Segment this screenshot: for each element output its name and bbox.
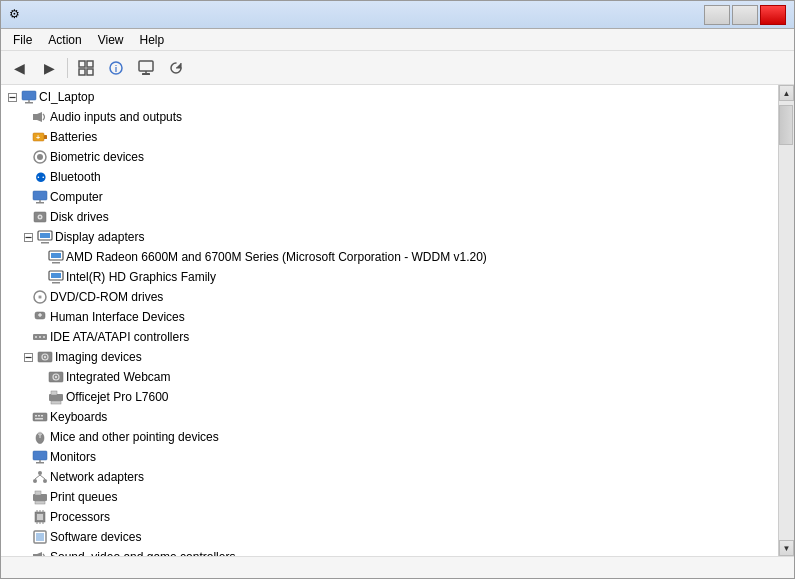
tree-row[interactable]: Human Interface Devices bbox=[1, 307, 778, 327]
menu-action[interactable]: Action bbox=[40, 31, 89, 49]
device-label: AMD Radeon 6600M and 6700M Series (Micro… bbox=[66, 250, 487, 264]
menu-help[interactable]: Help bbox=[132, 31, 173, 49]
collapse-icon[interactable] bbox=[21, 230, 35, 244]
expand-icon[interactable] bbox=[21, 470, 30, 484]
device-icon bbox=[32, 489, 48, 505]
device-icon bbox=[48, 389, 64, 405]
tree-row[interactable]: Computer bbox=[1, 187, 778, 207]
scroll-thumb[interactable] bbox=[779, 105, 793, 145]
tree-row[interactable]: Integrated Webcam bbox=[1, 367, 778, 387]
device-label: Disk drives bbox=[50, 210, 109, 224]
expand-icon[interactable] bbox=[21, 450, 30, 464]
expand-icon[interactable] bbox=[37, 370, 46, 384]
expand-icon[interactable] bbox=[21, 170, 30, 184]
tree-row[interactable]: DVD/CD-ROM drives bbox=[1, 287, 778, 307]
vertical-scrollbar[interactable]: ▲ ▼ bbox=[778, 85, 794, 556]
tree-row[interactable]: Intel(R) HD Graphics Family bbox=[1, 267, 778, 287]
svg-rect-12 bbox=[25, 102, 33, 104]
tree-row[interactable]: AMD Radeon 6600M and 6700M Series (Micro… bbox=[1, 247, 778, 267]
back-button[interactable]: ◀ bbox=[5, 55, 33, 81]
svg-rect-78 bbox=[35, 501, 45, 504]
device-label: DVD/CD-ROM drives bbox=[50, 290, 163, 304]
tree-row[interactable]: IDE ATA/ATAPI controllers bbox=[1, 327, 778, 347]
expand-icon[interactable] bbox=[21, 190, 30, 204]
expand-icon[interactable] bbox=[21, 510, 30, 524]
tree-row[interactable]: Audio inputs and outputs bbox=[1, 107, 778, 127]
device-grid-button[interactable] bbox=[132, 55, 160, 81]
expand-icon[interactable] bbox=[21, 410, 30, 424]
svg-rect-34 bbox=[51, 253, 61, 258]
device-icon bbox=[48, 369, 64, 385]
tree-row[interactable]: Keyboards bbox=[1, 407, 778, 427]
menu-file[interactable]: File bbox=[5, 31, 40, 49]
properties-button[interactable]: i bbox=[102, 55, 130, 81]
scroll-track[interactable] bbox=[779, 101, 794, 540]
expand-icon[interactable] bbox=[37, 390, 46, 404]
expand-icon[interactable] bbox=[21, 150, 30, 164]
tree-row[interactable]: Sound, video and game controllers bbox=[1, 547, 778, 556]
device-label: Mice and other pointing devices bbox=[50, 430, 219, 444]
svg-point-27 bbox=[39, 216, 41, 218]
collapse-icon[interactable] bbox=[21, 350, 35, 364]
tree-row[interactable]: Officejet Pro L7600 bbox=[1, 387, 778, 407]
svg-rect-63 bbox=[41, 415, 43, 417]
collapse-icon[interactable] bbox=[5, 90, 19, 104]
tree-row[interactable]: Mice and other pointing devices bbox=[1, 427, 778, 447]
device-icon bbox=[32, 189, 48, 205]
expand-icon[interactable] bbox=[21, 490, 30, 504]
toolbar: ◀ ▶ i bbox=[1, 51, 794, 85]
main-area: CI_LaptopAudio inputs and outputs+Batter… bbox=[1, 85, 794, 556]
svg-rect-17 bbox=[44, 135, 47, 139]
device-label: Intel(R) HD Graphics Family bbox=[66, 270, 216, 284]
expand-icon[interactable] bbox=[21, 430, 30, 444]
expand-icon[interactable] bbox=[21, 210, 30, 224]
tree-row[interactable]: Processors bbox=[1, 507, 778, 527]
show-grid-button[interactable] bbox=[72, 55, 100, 81]
tree-row[interactable]: Display adapters bbox=[1, 227, 778, 247]
tree-row[interactable]: Print queues bbox=[1, 487, 778, 507]
close-button[interactable] bbox=[760, 5, 786, 25]
svg-rect-37 bbox=[51, 273, 61, 278]
menu-view[interactable]: View bbox=[90, 31, 132, 49]
device-label: Software devices bbox=[50, 530, 141, 544]
tree-row[interactable]: Biometric devices bbox=[1, 147, 778, 167]
tree-row[interactable]: CI_Laptop bbox=[1, 87, 778, 107]
expand-icon[interactable] bbox=[37, 250, 46, 264]
tree-row[interactable]: Software devices bbox=[1, 527, 778, 547]
tree-children: AMD Radeon 6600M and 6700M Series (Micro… bbox=[1, 247, 778, 287]
expand-icon[interactable] bbox=[21, 310, 30, 324]
tree-row[interactable]: +Batteries bbox=[1, 127, 778, 147]
svg-rect-88 bbox=[36, 533, 44, 541]
device-label: Integrated Webcam bbox=[66, 370, 171, 384]
svg-rect-14 bbox=[33, 114, 37, 120]
scroll-up-arrow[interactable]: ▲ bbox=[779, 85, 794, 101]
expand-icon[interactable] bbox=[21, 290, 30, 304]
tree-row[interactable]: Monitors bbox=[1, 447, 778, 467]
expand-icon[interactable] bbox=[21, 110, 30, 124]
expand-icon[interactable] bbox=[21, 130, 30, 144]
tree-row[interactable]: Disk drives bbox=[1, 207, 778, 227]
scroll-down-arrow[interactable]: ▼ bbox=[779, 540, 794, 556]
forward-button[interactable]: ▶ bbox=[35, 55, 63, 81]
svg-text:⚉: ⚉ bbox=[35, 170, 47, 185]
tree-node: +Batteries bbox=[1, 127, 778, 147]
maximize-button[interactable] bbox=[732, 5, 758, 25]
expand-icon[interactable] bbox=[21, 530, 30, 544]
device-icon bbox=[37, 229, 53, 245]
tree-row[interactable]: ⚉Bluetooth bbox=[1, 167, 778, 187]
device-icon: ⚉ bbox=[32, 169, 48, 185]
tree-node: Integrated Webcam bbox=[1, 367, 778, 387]
refresh-button[interactable] bbox=[162, 55, 190, 81]
device-icon bbox=[32, 449, 48, 465]
tree-row[interactable]: Imaging devices bbox=[1, 347, 778, 367]
expand-icon[interactable] bbox=[21, 330, 30, 344]
device-label: Batteries bbox=[50, 130, 97, 144]
expand-icon[interactable] bbox=[37, 270, 46, 284]
device-icon bbox=[32, 509, 48, 525]
tree-row[interactable]: Network adapters bbox=[1, 467, 778, 487]
minimize-button[interactable] bbox=[704, 5, 730, 25]
svg-point-41 bbox=[39, 296, 41, 298]
tree-node: Mice and other pointing devices bbox=[1, 427, 778, 447]
device-tree[interactable]: CI_LaptopAudio inputs and outputs+Batter… bbox=[1, 85, 778, 556]
svg-marker-15 bbox=[37, 112, 42, 122]
